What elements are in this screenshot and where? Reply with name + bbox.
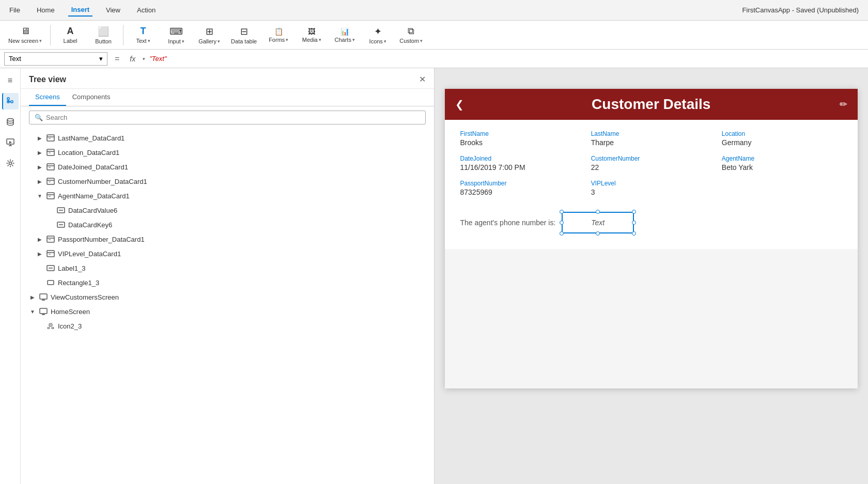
edit-button[interactable]: ✏ (840, 99, 847, 110)
label-button[interactable]: A Label (55, 22, 86, 48)
svg-rect-41 (40, 308, 47, 314)
data-table-button[interactable]: ⊟ Data table (227, 22, 261, 48)
handle-top-mid[interactable] (596, 210, 600, 214)
tree-item-datacardvalue6[interactable]: DataCardValue6 (21, 203, 434, 217)
datacard-icon-datejoined (47, 163, 55, 171)
tree-item-rectangle1-3[interactable]: Rectangle1_3 (21, 275, 434, 290)
tree-item-passportnumber[interactable]: ▶ PassportNumber_DataCard1 (21, 232, 434, 246)
tree-item-viplevel[interactable]: ▶ VIPLevel_DataCard1 (21, 246, 434, 261)
svg-rect-37 (48, 280, 54, 285)
tab-screens[interactable]: Screens (29, 89, 66, 106)
canvas-area[interactable]: ❮ Customer Details ✏ FirstName Brooks La… (435, 68, 869, 484)
fx-button[interactable]: fx (127, 55, 138, 63)
media-button[interactable]: 🖼 Media ▾ (296, 22, 327, 48)
tree-item-datejoined[interactable]: ▶ DateJoined_DataCard1 (21, 160, 434, 174)
tree-item-location[interactable]: ▶ Location_DataCard1 (21, 145, 434, 160)
handle-bottom-right[interactable] (632, 231, 636, 236)
app-title-display: Customer Details (592, 96, 710, 113)
tab-components[interactable]: Components (66, 89, 117, 106)
datacard-icon-passportnumber (47, 235, 55, 243)
expand-datacardkey6 (47, 221, 54, 228)
handle-mid-right[interactable] (632, 221, 636, 225)
data-icon[interactable] (2, 114, 19, 130)
button-ribbon-button[interactable]: ⬜ Button (88, 22, 119, 48)
icon-icon2-3 (47, 322, 55, 330)
expand-customernumber[interactable]: ▶ (36, 178, 43, 185)
forms-icon: 📋 (274, 27, 283, 36)
text-icon: T (141, 26, 146, 37)
label-datacardvalue6: DataCardValue6 (68, 207, 117, 214)
tree-view-icon[interactable] (2, 93, 19, 110)
back-button[interactable]: ❮ (455, 98, 464, 111)
hamburger-button[interactable]: ≡ (2, 72, 19, 89)
close-tree-view-button[interactable]: ✕ (419, 74, 426, 84)
datacard-icon-viplevel (47, 249, 55, 258)
svg-rect-10 (47, 135, 54, 141)
tree-item-icon2-3[interactable]: Icon2_3 (21, 319, 434, 333)
label-label1-3: Label1_3 (58, 264, 86, 272)
menu-view[interactable]: View (103, 4, 123, 16)
expand-homescreen[interactable]: ▼ (29, 308, 36, 315)
search-box[interactable]: 🔍 (29, 111, 426, 124)
field-agentname: AgentName Beto Yark (722, 155, 842, 171)
icons-arrow: ▾ (384, 39, 386, 44)
formula-dropdown-arrow: ▾ (143, 56, 145, 61)
screen-icon-homescreen (39, 307, 48, 316)
menu-insert[interactable]: Insert (68, 4, 92, 17)
expand-rectangle1-3 (36, 279, 43, 286)
datacard-icon-customernumber (47, 177, 55, 185)
button-icon: ⬜ (98, 26, 109, 37)
menu-file[interactable]: File (6, 4, 23, 16)
tree-item-viewcustomers[interactable]: ▶ ViewCustomersScreen (21, 290, 434, 304)
svg-point-46 (48, 327, 50, 329)
value-viplevel-field: 3 (591, 188, 711, 196)
handle-bottom-left[interactable] (560, 231, 564, 236)
gallery-button[interactable]: ⊞ Gallery ▾ (194, 22, 225, 48)
selected-text-element[interactable]: Text (562, 212, 634, 233)
expand-location[interactable]: ▶ (36, 149, 43, 156)
main-layout: ≡ (0, 68, 868, 484)
search-icon: 🔍 (35, 114, 43, 121)
tree-item-label1-3[interactable]: Label1_3 (21, 261, 434, 275)
expand-viplevel[interactable]: ▶ (36, 250, 43, 257)
handle-top-left[interactable] (560, 210, 564, 214)
handle-top-right[interactable] (632, 210, 636, 214)
gallery-arrow: ▾ (218, 39, 220, 44)
expand-passportnumber[interactable]: ▶ (36, 236, 43, 243)
handle-mid-left[interactable] (560, 221, 564, 225)
media-sidebar-icon[interactable] (2, 134, 19, 151)
tree-item-datacardkey6[interactable]: DataCardKey6 (21, 217, 434, 232)
expand-agentname[interactable]: ▼ (36, 192, 43, 199)
expand-datejoined[interactable]: ▶ (36, 163, 43, 170)
menu-home[interactable]: Home (34, 4, 58, 16)
icons-label: Icons (369, 38, 383, 44)
text-button[interactable]: T Text ▾ (128, 22, 159, 48)
forms-button[interactable]: 📋 Forms ▾ (263, 22, 294, 48)
tree-item-agentname[interactable]: ▼ AgentName_DataCard1 (21, 189, 434, 203)
field-firstname: FirstName Brooks (460, 130, 581, 147)
icons-button[interactable]: ✦ Icons ▾ (362, 22, 393, 48)
expand-viewcustomers[interactable]: ▶ (29, 293, 36, 301)
data-table-icon: ⊟ (240, 26, 248, 37)
search-input[interactable] (46, 114, 420, 121)
custom-label: Custom (399, 38, 419, 44)
datacard-icon-lastname (47, 134, 55, 142)
name-box[interactable]: Text ▾ (4, 52, 107, 66)
tree-item-lastname[interactable]: ▶ LastName_DataCard1 (21, 131, 434, 145)
custom-button[interactable]: ⧉ Custom ▾ (395, 22, 427, 48)
media-arrow: ▾ (319, 37, 321, 42)
settings-icon[interactable] (2, 155, 19, 171)
tab-bar: Screens Components (21, 89, 434, 106)
formula-value[interactable]: "Text" (149, 55, 864, 63)
custom-arrow: ▾ (420, 38, 423, 43)
new-screen-button[interactable]: 🖥 New screen ▾ (4, 22, 46, 48)
tree-item-customernumber[interactable]: ▶ CustomerNumber_DataCard1 (21, 174, 434, 189)
menu-action[interactable]: Action (134, 4, 159, 16)
charts-button[interactable]: 📊 Charts ▾ (329, 22, 360, 48)
svg-rect-13 (47, 149, 54, 155)
handle-bottom-mid[interactable] (596, 231, 600, 236)
expand-lastname[interactable]: ▶ (36, 134, 43, 142)
label-viewcustomers: ViewCustomersScreen (51, 293, 119, 301)
tree-item-homescreen[interactable]: ▼ HomeScreen (21, 304, 434, 319)
input-button[interactable]: ⌨ Input ▾ (161, 22, 192, 48)
